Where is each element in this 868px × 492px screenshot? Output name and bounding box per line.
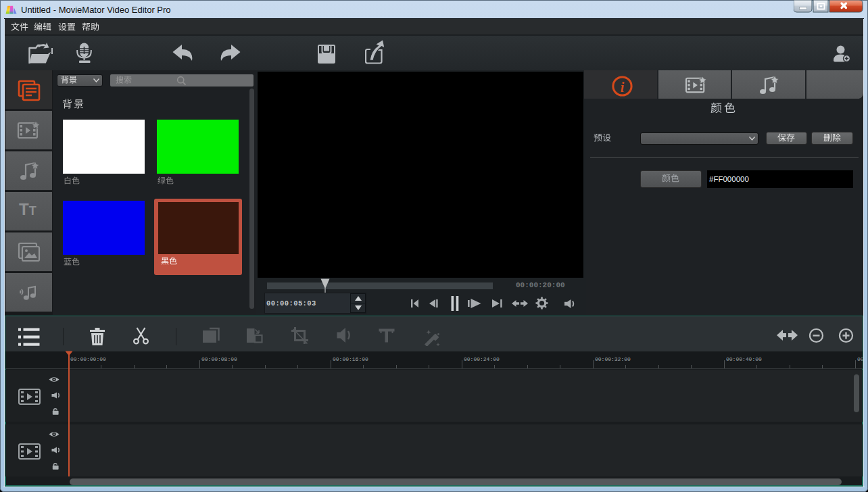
- svg-text:i: i: [621, 80, 625, 95]
